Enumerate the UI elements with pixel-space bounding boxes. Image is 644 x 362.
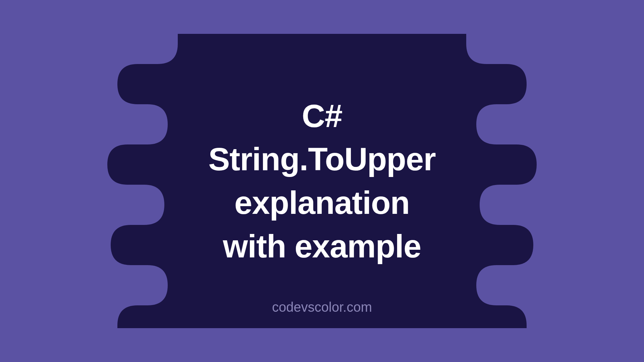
- title-line-3: explanation: [208, 181, 436, 225]
- promo-banner: C# String.ToUpper explanation with examp…: [60, 34, 584, 328]
- watermark-text: codevscolor.com: [272, 300, 372, 315]
- banner-title: C# String.ToUpper explanation with examp…: [208, 94, 436, 268]
- title-line-2: String.ToUpper: [208, 137, 436, 181]
- banner-content: C# String.ToUpper explanation with examp…: [60, 34, 584, 328]
- title-line-4: with example: [208, 225, 436, 268]
- title-line-1: C#: [208, 94, 436, 138]
